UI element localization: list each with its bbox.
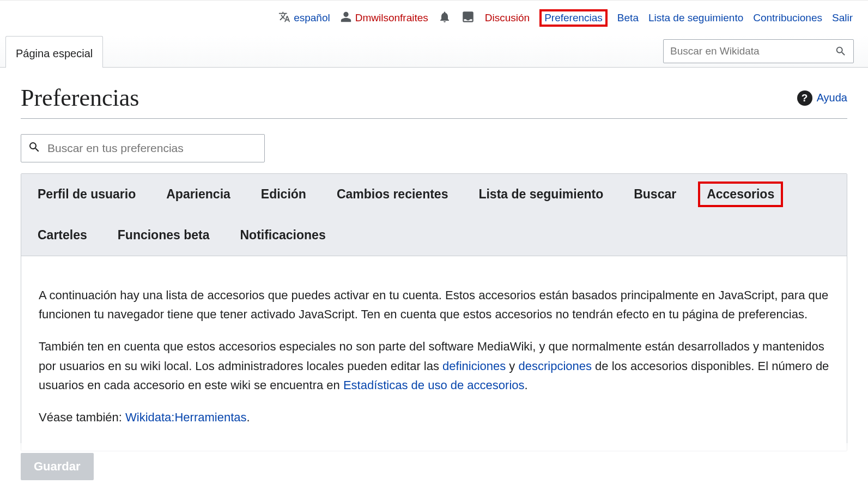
tab-user-profile[interactable]: Perfil de usuario (38, 187, 136, 202)
search-icon[interactable] (828, 45, 853, 57)
tabs-header: Perfil de usuario Apariencia Edición Cam… (21, 174, 847, 256)
logout-link[interactable]: Salir (832, 12, 853, 24)
help-link[interactable]: ? Ayuda (797, 90, 847, 106)
help-icon: ? (797, 90, 812, 106)
beta-link[interactable]: Beta (617, 12, 639, 24)
tab-beta-features[interactable]: Funciones beta (118, 228, 210, 243)
watchlist-link[interactable]: Lista de seguimiento (648, 12, 743, 24)
username-link[interactable]: Dmwilsonfraites (355, 12, 428, 24)
tab-notifications[interactable]: Notificaciones (240, 228, 325, 243)
language-link[interactable]: español (294, 12, 330, 24)
tab-appearance[interactable]: Apariencia (166, 187, 230, 202)
intro-paragraph-1: A continuación hay una lista de accesori… (39, 286, 829, 324)
descriptions-link[interactable]: descripciones (518, 359, 592, 373)
tab-editing[interactable]: Edición (261, 187, 306, 202)
preferences-search-input[interactable] (47, 142, 258, 155)
discussion-link[interactable]: Discusión (485, 12, 530, 24)
tab-body: A continuación hay una lista de accesori… (21, 256, 847, 451)
content: Preferencias ? Ayuda Perfil de usuario A… (0, 68, 868, 451)
translate-icon (278, 11, 290, 26)
intro-paragraph-2: También ten en cuenta que estos accesori… (39, 337, 829, 395)
tab-banners[interactable]: Carteles (38, 228, 87, 243)
tab-watchlist[interactable]: Lista de seguimiento (478, 187, 603, 202)
page-title: Preferencias (21, 84, 139, 112)
preferences-search[interactable] (21, 134, 265, 162)
save-bar: Guardar (0, 443, 868, 502)
tab-recent-changes[interactable]: Cambios recientes (337, 187, 448, 202)
tab-search[interactable]: Buscar (634, 187, 676, 202)
user-icon (340, 11, 352, 26)
inbox-icon[interactable] (461, 10, 475, 27)
definitions-link[interactable]: definiciones (442, 359, 506, 373)
gadget-stats-link[interactable]: Estadísticas de uso de accesorios (343, 378, 525, 392)
preferences-link[interactable]: Preferencias (539, 9, 608, 27)
contributions-link[interactable]: Contribuciones (753, 12, 822, 24)
top-nav: español Dmwilsonfraites Discusión Prefer… (0, 0, 868, 35)
bell-icon[interactable] (438, 10, 451, 26)
search-icon (28, 141, 41, 156)
tab-gadgets[interactable]: Accesorios (698, 182, 783, 207)
site-search[interactable] (663, 39, 854, 63)
preferences-tabs-container: Perfil de usuario Apariencia Edición Cam… (21, 173, 847, 451)
special-page-tab[interactable]: Página especial (5, 36, 103, 68)
secondary-bar: Página especial (0, 35, 868, 68)
save-button[interactable]: Guardar (21, 453, 94, 480)
see-also-paragraph: Véase también: Wikidata:Herramientas. (39, 408, 829, 427)
wikidata-tools-link[interactable]: Wikidata:Herramientas (125, 410, 247, 424)
site-search-input[interactable] (664, 45, 828, 57)
help-label: Ayuda (817, 92, 847, 104)
